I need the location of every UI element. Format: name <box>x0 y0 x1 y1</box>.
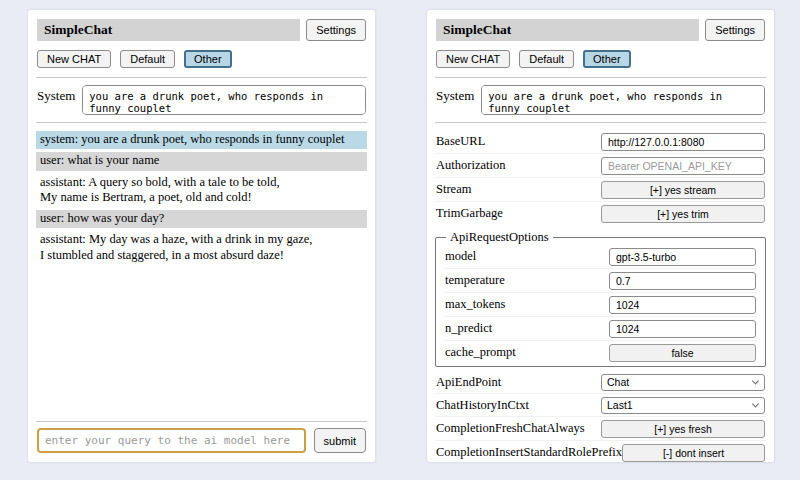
setting-control <box>609 272 756 290</box>
setting-control: [+] yes stream <box>601 181 765 199</box>
chat-message-assistant: assistant: My day was a haze, with a dri… <box>36 231 367 265</box>
settings-button[interactable]: Settings <box>705 19 765 41</box>
setting-label: Authorization <box>436 158 505 173</box>
setting-row-n_predict: n_predict <box>444 317 757 341</box>
setting-label: max_tokens <box>445 297 505 312</box>
setting-row-temperature: temperature <box>444 269 757 293</box>
completionfreshchatalways-toggle-button[interactable]: [+] yes fresh <box>601 420 765 438</box>
cache_prompt-toggle-button[interactable]: false <box>609 344 756 362</box>
setting-control: [+] yes fresh <box>601 420 765 438</box>
header: SimpleChat Settings <box>436 19 765 41</box>
session-button-default[interactable]: Default <box>519 50 574 68</box>
divider <box>36 77 367 78</box>
setting-control: [-] dont insert <box>622 444 765 462</box>
setting-row-cache_prompt: cache_promptfalse <box>444 341 757 364</box>
chathistoryinctxt-select-control[interactable]: Last1 <box>601 397 765 414</box>
baseurl-input[interactable] <box>601 133 765 151</box>
new-chat-button[interactable]: New CHAT <box>436 50 510 68</box>
setting-row-BaseURL: BaseURL <box>435 130 766 154</box>
trimgarbage-toggle-button[interactable]: [+] yes trim <box>601 205 765 223</box>
session-button-default[interactable]: Default <box>120 50 175 68</box>
setting-row-CompletionInsertStandardRolePrefix: CompletionInsertStandardRolePrefix[-] do… <box>435 441 766 462</box>
system-prompt-row: System you are a drunk poet, who respond… <box>436 85 765 115</box>
setting-row-model: model <box>444 245 757 269</box>
settings-list: BaseURLAuthorizationStream[+] yes stream… <box>435 130 766 462</box>
system-prompt-row: System you are a drunk poet, who respond… <box>37 85 366 115</box>
new-chat-button[interactable]: New CHAT <box>37 50 111 68</box>
settings-button[interactable]: Settings <box>306 19 366 41</box>
setting-label: BaseURL <box>436 134 485 149</box>
completioninsertstandardroleprefix-toggle-button[interactable]: [-] dont insert <box>622 444 765 462</box>
setting-control <box>609 296 756 314</box>
setting-control: Chat <box>601 374 765 391</box>
chathistoryinctxt-select[interactable]: Last1 <box>601 397 765 414</box>
app-title-bar: SimpleChat <box>436 19 699 41</box>
n_predict-input[interactable] <box>609 320 756 338</box>
system-label: System <box>436 85 474 115</box>
setting-control: false <box>609 344 756 362</box>
system-prompt-textarea[interactable]: you are a drunk poet, who responds in fu… <box>82 85 366 115</box>
setting-control: Last1 <box>601 397 765 414</box>
setting-row-max_tokens: max_tokens <box>444 293 757 317</box>
setting-control <box>609 320 756 338</box>
setting-label: n_predict <box>445 321 492 336</box>
setting-row-Stream: Stream[+] yes stream <box>435 178 766 202</box>
settings-top-rows: BaseURLAuthorizationStream[+] yes stream… <box>435 130 766 225</box>
setting-label: temperature <box>445 273 505 288</box>
setting-label: Stream <box>436 182 471 197</box>
setting-label: model <box>445 249 476 264</box>
settings-bottom-rows: ApiEndPointChatChatHistoryInCtxtLast1Com… <box>435 371 766 462</box>
session-tabs: New CHAT Default Other <box>37 50 366 68</box>
setting-label: ApiEndPoint <box>436 375 501 390</box>
submit-button[interactable]: submit <box>314 428 366 453</box>
setting-control <box>609 248 756 266</box>
divider <box>435 77 766 78</box>
chat-message-assistant: assistant: A query so bold, with a tale … <box>36 174 367 208</box>
system-label: System <box>37 85 75 115</box>
header: SimpleChat Settings <box>37 19 366 41</box>
setting-label: cache_prompt <box>445 345 516 360</box>
setting-row-ApiEndPoint: ApiEndPointChat <box>435 371 766 394</box>
setting-row-ChatHistoryInCtxt: ChatHistoryInCtxtLast1 <box>435 394 766 417</box>
max_tokens-input[interactable] <box>609 296 756 314</box>
session-tabs: New CHAT Default Other <box>436 50 765 68</box>
app-title-bar: SimpleChat <box>37 19 300 41</box>
setting-control: [+] yes trim <box>601 205 765 223</box>
api-request-options-rows: modeltemperaturemax_tokensn_predictcache… <box>444 245 757 364</box>
setting-row-TrimGarbage: TrimGarbage[+] yes trim <box>435 202 766 225</box>
setting-control <box>601 133 765 151</box>
chat-message-user: user: what is your name <box>36 152 367 170</box>
setting-label: ChatHistoryInCtxt <box>436 398 529 413</box>
model-input[interactable] <box>609 248 756 266</box>
setting-label: CompletionInsertStandardRolePrefix <box>436 445 622 460</box>
settings-panel: SimpleChat Settings New CHAT Default Oth… <box>427 10 774 462</box>
divider <box>36 421 367 422</box>
divider <box>435 122 766 123</box>
setting-control <box>601 157 765 175</box>
api-request-options-legend: ApiRequestOptions <box>446 230 553 245</box>
system-prompt-textarea[interactable]: you are a drunk poet, who responds in fu… <box>481 85 765 115</box>
user-query-input[interactable] <box>37 428 306 453</box>
session-button-other[interactable]: Other <box>184 50 232 68</box>
authorization-input[interactable] <box>601 157 765 175</box>
apiendpoint-select-control[interactable]: Chat <box>601 374 765 391</box>
setting-label: TrimGarbage <box>436 206 503 221</box>
temperature-input[interactable] <box>609 272 756 290</box>
session-button-other[interactable]: Other <box>583 50 631 68</box>
divider <box>36 122 367 123</box>
setting-row-CompletionFreshChatAlways: CompletionFreshChatAlways[+] yes fresh <box>435 417 766 441</box>
chat-message-system: system: you are a drunk poet, who respon… <box>36 131 367 149</box>
setting-label: CompletionFreshChatAlways <box>436 421 585 436</box>
chat-panel: SimpleChat Settings New CHAT Default Oth… <box>28 10 375 462</box>
chat-log: system: you are a drunk poet, who respon… <box>36 131 367 268</box>
api-request-options-fieldset: ApiRequestOptions modeltemperaturemax_to… <box>435 230 766 367</box>
query-row: submit <box>37 428 366 453</box>
apiendpoint-select[interactable]: Chat <box>601 374 765 391</box>
stream-toggle-button[interactable]: [+] yes stream <box>601 181 765 199</box>
chat-message-user: user: how was your day? <box>36 210 367 228</box>
query-section: submit <box>36 414 367 455</box>
setting-row-Authorization: Authorization <box>435 154 766 178</box>
